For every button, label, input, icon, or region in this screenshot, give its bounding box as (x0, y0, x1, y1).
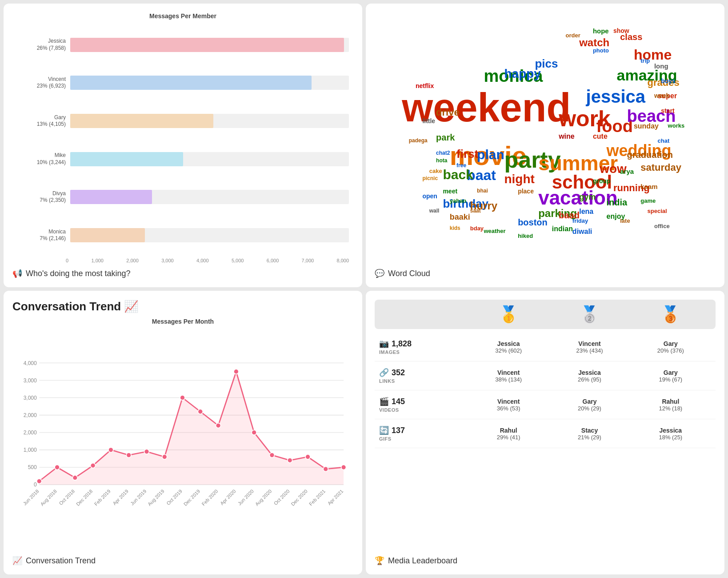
word-cloud-word: graduation (627, 150, 673, 159)
bar-label: Jessica26% (7,858) (17, 38, 66, 52)
word-cloud-word: baaki (450, 213, 470, 221)
svg-point-51 (341, 465, 346, 470)
word-cloud-word: home (634, 48, 672, 62)
word-cloud-word: photo (593, 48, 609, 53)
word-cloud-word: boys (661, 78, 676, 84)
lb-place-1: Vincent 38% (134) (468, 369, 549, 383)
word-cloud-word: hota (436, 158, 447, 163)
chart-icon: 📈 (12, 556, 22, 566)
lb-name: Vincent (468, 369, 549, 376)
svg-point-42 (180, 395, 185, 400)
word-cloud-word: yahan (450, 198, 467, 204)
svg-point-45 (234, 369, 239, 374)
lb-place-3: Gary 19% (67) (630, 369, 711, 383)
word-cloud-area: weekendmoviepartyworksummervacationschoo… (375, 12, 716, 263)
messages-panel-footer: 📢 Who's doing the most taking? (12, 263, 353, 278)
svg-point-34 (37, 479, 42, 484)
lb-place-2: Gary 20% (29) (549, 398, 630, 412)
x-tick: 4,000 (196, 258, 209, 263)
megaphone-icon: 📢 (12, 269, 22, 278)
x-tick: 3,000 (161, 258, 174, 263)
svg-text:Dec 2020: Dec 2020 (290, 488, 308, 507)
word-cloud-word: pics (535, 58, 558, 69)
svg-point-41 (162, 454, 167, 459)
word-cloud-word: weather (484, 228, 505, 234)
word-cloud-word: meet (443, 188, 457, 194)
word-cloud-word: gym (579, 193, 596, 201)
lb-count: 🔗 352 (379, 368, 468, 377)
lb-place-1: Jessica 32% (602) (468, 340, 549, 354)
trend-chart-title: Messages Per Month (12, 318, 353, 325)
bar-label: Vincent23% (6,923) (17, 76, 66, 90)
lb-place-1: Rahul 29% (41) (468, 427, 549, 441)
bar-fill (70, 190, 152, 204)
svg-text:Apr 2021: Apr 2021 (327, 488, 344, 506)
word-cloud-word: works (668, 123, 685, 128)
word-cloud-word: game (640, 198, 656, 204)
x-tick: 8,000 (336, 258, 349, 263)
x-tick: 0 (66, 258, 68, 263)
lb-type-label: LINKS (379, 378, 468, 384)
word-cloud-word: bhai (477, 188, 488, 193)
bar-row: Vincent23% (6,923) (17, 76, 349, 90)
svg-point-43 (198, 409, 203, 414)
svg-text:Feb 2020: Feb 2020 (200, 488, 219, 506)
lb-count: 📷 1,828 (379, 339, 468, 349)
conversation-trend-panel: Conversation Trend 📈 Messages Per Month … (4, 291, 362, 574)
media-leaderboard-panel: 🥇🥈🥉 📷 1,828 IMAGES Jessica 32% (602) Vin… (366, 291, 724, 574)
bar-label: Gary13% (4,105) (17, 114, 66, 128)
svg-text:500: 500 (28, 464, 37, 470)
lb-media-icon: 📷 (379, 339, 389, 349)
word-cloud-word: padega (409, 138, 428, 143)
lb-pct: 23% (434) (549, 347, 630, 354)
svg-point-49 (305, 454, 310, 459)
svg-text:Jun 2019: Jun 2019 (129, 488, 147, 506)
speech-icon: 💬 (375, 269, 384, 278)
trend-chart: 05001,0002,0002,0003,0003,0004,000Jun 20… (12, 331, 353, 550)
word-cloud-word: start (661, 108, 674, 114)
messages-footer-label: Who's doing the most taking? (26, 269, 131, 278)
x-axis: 01,0002,0003,0004,0005,0006,0007,0008,00… (12, 258, 353, 263)
leaderboard: 🥇🥈🥉 📷 1,828 IMAGES Jessica 32% (602) Vin… (375, 300, 716, 550)
lb-type-label: IMAGES (379, 349, 468, 355)
lb-count: 🔄 137 (379, 425, 468, 435)
svg-text:1,000: 1,000 (24, 447, 37, 453)
bar-chart: Jessica26% (7,858)Vincent23% (6,923)Gary… (12, 26, 353, 254)
svg-text:4,000: 4,000 (24, 360, 37, 366)
svg-text:Apr 2020: Apr 2020 (219, 488, 237, 506)
bar-track (70, 38, 349, 52)
messages-per-member-panel: Messages Per Member Jessica26% (7,858)Vi… (4, 4, 362, 287)
lb-place-1: Vincent 36% (53) (468, 398, 549, 412)
svg-text:Apr 2019: Apr 2019 (112, 488, 129, 506)
word-cloud-word: little (422, 118, 435, 124)
bar-track (70, 152, 349, 166)
lb-pct: 36% (53) (468, 405, 549, 412)
svg-point-37 (91, 463, 96, 468)
word-cloud-word: chat2 (436, 150, 450, 156)
svg-text:3,000: 3,000 (24, 377, 37, 384)
medal-3: 🥉 (630, 305, 711, 324)
word-cloud-word: hope (593, 28, 609, 34)
lb-pct: 32% (602) (468, 347, 549, 354)
trend-panel-heading: Conversation Trend 📈 (12, 300, 353, 313)
word-cloud-word: late (620, 218, 630, 224)
word-cloud-word: trip (640, 58, 650, 64)
dashboard: Messages Per Member Jessica26% (7,858)Vi… (0, 0, 728, 578)
bar-fill (70, 152, 183, 166)
word-cloud-word: hiked (518, 233, 533, 239)
bar-label: Divya7% (2,350) (17, 190, 66, 204)
lb-media-icon: 🔗 (379, 368, 389, 377)
svg-text:2,000: 2,000 (24, 429, 37, 436)
lb-pct: 38% (134) (468, 376, 549, 383)
word-cloud-word: kaam (640, 183, 657, 190)
word-cloud-word: saat (470, 208, 481, 213)
lb-place-2: Vincent 23% (434) (549, 340, 630, 354)
lb-type-label: VIDEOS (379, 407, 468, 413)
svg-text:Feb 2021: Feb 2021 (308, 488, 326, 506)
word-cloud-word: place (518, 188, 534, 194)
word-cloud-word: saturday (640, 163, 681, 173)
word-cloud-word: friday (572, 218, 588, 224)
word-cloud-word: order (566, 32, 580, 38)
word-cloud-word: kids (450, 225, 460, 231)
lb-count: 🎬 145 (379, 397, 468, 406)
